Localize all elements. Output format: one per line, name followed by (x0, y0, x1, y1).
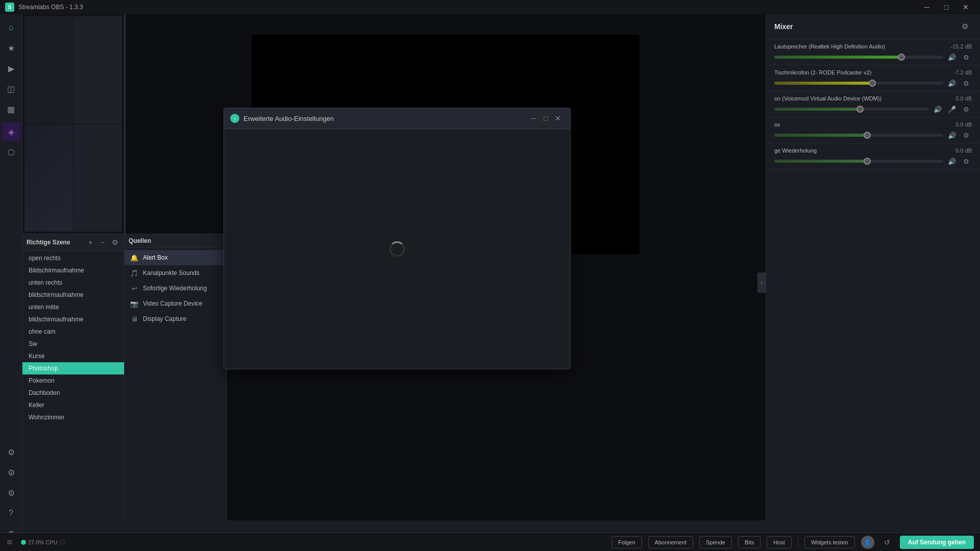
test-widgets-button[interactable]: Widgets testen (804, 536, 855, 548)
source-list: 🔔 Alert Box 🎵 Kanalpunkte Sounds ↩ Sofor… (125, 248, 226, 520)
mixer-channel-1-mute[interactable]: 🔊 (946, 52, 958, 63)
nav-stats[interactable]: ▦ (2, 100, 20, 118)
scene-item-open-rechts[interactable]: open rechts (22, 252, 124, 264)
wiederholung-label: Sofortige Wiederholung (143, 285, 207, 292)
scene-settings-button[interactable]: ⚙ (110, 237, 120, 247)
mixer-channel-2-mute[interactable]: 🔊 (946, 78, 958, 89)
status-right: Folgen Abonnement Spende Bits Host Widge… (611, 536, 974, 549)
minimize-button[interactable]: ─ (918, 0, 936, 14)
app-title: Streamlabs OBS - 1.3.3 (18, 4, 918, 11)
mixer-channel-1-slider[interactable] (774, 56, 943, 59)
scene-item-pokemon[interactable]: Pokemon (22, 374, 124, 387)
source-item-video-capture[interactable]: 📷 Video Capture Device (125, 296, 226, 311)
mixer-channel-5-mute[interactable]: 🔊 (946, 156, 958, 167)
display-capture-label: Display Capture (143, 315, 186, 322)
scene-item-bildschirm2[interactable]: bildschirmaufnahme (22, 289, 124, 301)
user-avatar: 👤 (861, 536, 874, 549)
mixer-channel-2-slider[interactable] (774, 82, 943, 85)
follow-button[interactable]: Folgen (611, 536, 642, 548)
nav-plugin[interactable]: ◈ (2, 122, 20, 141)
scene-remove-button[interactable]: − (97, 237, 108, 247)
scene-item-wohnzimmer[interactable]: Wohnzimmer (22, 411, 124, 423)
mixer-channel-2-controls: 🔊 ⚙ (774, 78, 972, 89)
nav-themes[interactable]: ★ (2, 39, 20, 57)
donate-button[interactable]: Spende (699, 536, 732, 548)
mixer-channel-3-slider[interactable] (774, 108, 929, 111)
nav-settings-2[interactable]: ⚙ (2, 463, 20, 482)
mixer-channel-4-name: ox (774, 121, 941, 128)
scene-thumb-2[interactable] (74, 16, 122, 124)
app-icon: S (5, 3, 14, 12)
mixer-channel-5-slider[interactable] (774, 160, 943, 163)
mixer-channel-4-settings[interactable]: ⚙ (961, 130, 972, 141)
nav-settings-3[interactable]: ⚙ (2, 484, 20, 502)
window-controls: ─ □ ✕ (918, 0, 975, 14)
status-refresh-button[interactable]: ↺ (880, 536, 894, 549)
scene-thumb-4[interactable] (74, 124, 122, 232)
nav-home[interactable]: ⌂ (2, 18, 20, 37)
source-panel: Quellen 🔔 Alert Box 🎵 Kanalpunkte Sounds… (125, 234, 227, 520)
mixer-channel-1-header: Lautsprecher (Realtek High Definition Au… (774, 43, 972, 49)
modal-maximize-button[interactable]: □ (540, 112, 552, 124)
modal-close-button[interactable]: ✕ (552, 112, 564, 124)
mixer-channel-4-mute[interactable]: 🔊 (946, 130, 958, 141)
source-item-display-capture[interactable]: 🖥 Display Capture (125, 311, 226, 327)
wiederholung-icon: ↩ (130, 284, 139, 293)
scene-item-bildschirm3[interactable]: bildschirmaufnahme (22, 313, 124, 325)
mixer-channel-4: ox 0.0 dB 🔊 ⚙ (766, 117, 980, 143)
mixer-channel-4-header: ox 0.0 dB (774, 121, 972, 128)
scene-thumb-3[interactable] (24, 124, 73, 232)
waveform-icon: ≋ (6, 537, 13, 547)
nav-media[interactable]: ◫ (2, 80, 20, 98)
source-item-wiederholung[interactable]: ↩ Sofortige Wiederholung (125, 281, 226, 296)
host-button[interactable]: Host (767, 536, 792, 548)
nav-recordings[interactable]: ▶ (2, 59, 20, 78)
mixer-channel-4-slider[interactable] (774, 134, 943, 137)
mixer-channel-2-db: -7.2 dB (941, 69, 972, 76)
mixer-title: Mixer (774, 22, 958, 31)
scene-item-bildschirm1[interactable]: Bildschirmaufnahme (22, 264, 124, 277)
bits-button[interactable]: Bits (738, 536, 761, 548)
go-live-button[interactable]: Auf Sendung gehen (900, 536, 974, 549)
scene-item-keller[interactable]: Keller (22, 399, 124, 411)
mixer-channel-1-settings[interactable]: ⚙ (961, 52, 972, 63)
scene-item-kurse[interactable]: Kurse (22, 350, 124, 362)
mixer-channel-3-settings[interactable]: ⚙ (961, 104, 972, 115)
scene-list: open rechts Bildschirmaufnahme unten rec… (22, 251, 124, 520)
mixer-gear-button[interactable]: ⚙ (958, 19, 972, 34)
modal-minimize-button[interactable]: ─ (527, 112, 540, 124)
scene-item-dachboden[interactable]: Dachboden (22, 387, 124, 399)
scene-item-sw[interactable]: Sw (22, 338, 124, 350)
scene-item-unten-rechts[interactable]: unten rechts (22, 277, 124, 289)
mixer-channel-2-settings[interactable]: ⚙ (961, 78, 972, 89)
mixer-channel-3-mute[interactable]: 🔊 (932, 104, 943, 115)
subscribe-button[interactable]: Abonnement (648, 536, 693, 548)
info-icon[interactable]: ⓘ (59, 538, 65, 546)
mixer-channel-3-mute2[interactable]: 🎤 (946, 104, 958, 115)
mixer-channel-1-controls: 🔊 ⚙ (774, 52, 972, 63)
mixer-collapse-arrow[interactable]: › (757, 272, 766, 293)
alert-box-label: Alert Box (143, 254, 168, 261)
source-item-alert-box[interactable]: 🔔 Alert Box (125, 250, 226, 265)
mixer-channel-3: on (Voicemod Virtual Audio Device (WDM))… (766, 91, 980, 117)
source-item-kanalpunkte[interactable]: 🎵 Kanalpunkte Sounds (125, 265, 226, 281)
close-button[interactable]: ✕ (957, 0, 975, 14)
scene-item-ohne-cam[interactable]: ohne cam (22, 325, 124, 338)
scene-add-button[interactable]: + (85, 237, 95, 247)
scene-item-photoshop[interactable]: Photoshop (22, 362, 124, 374)
nav-extras[interactable]: ⬡ (2, 143, 20, 161)
mixer-channel-5-settings[interactable]: ⚙ (961, 156, 972, 167)
scene-panel-title: Richtige Szene (27, 239, 83, 246)
mixer-channel-4-controls: 🔊 ⚙ (774, 130, 972, 141)
alert-box-icon: 🔔 (130, 253, 139, 262)
scene-thumb-1[interactable] (24, 16, 73, 124)
display-capture-icon: 🖥 (130, 314, 139, 323)
mixer-channel-5-name: ge Wiederholung (774, 147, 941, 154)
maximize-button[interactable]: □ (937, 0, 955, 14)
nav-settings-1[interactable]: ⚙ (2, 443, 20, 461)
nav-help[interactable]: ? (2, 504, 20, 522)
kanalpunkte-label: Kanalpunkte Sounds (143, 269, 200, 277)
scene-item-unten-mitte[interactable]: unten mitte (22, 301, 124, 313)
modal-content (224, 129, 570, 369)
mixer-channel-5-controls: 🔊 ⚙ (774, 156, 972, 167)
